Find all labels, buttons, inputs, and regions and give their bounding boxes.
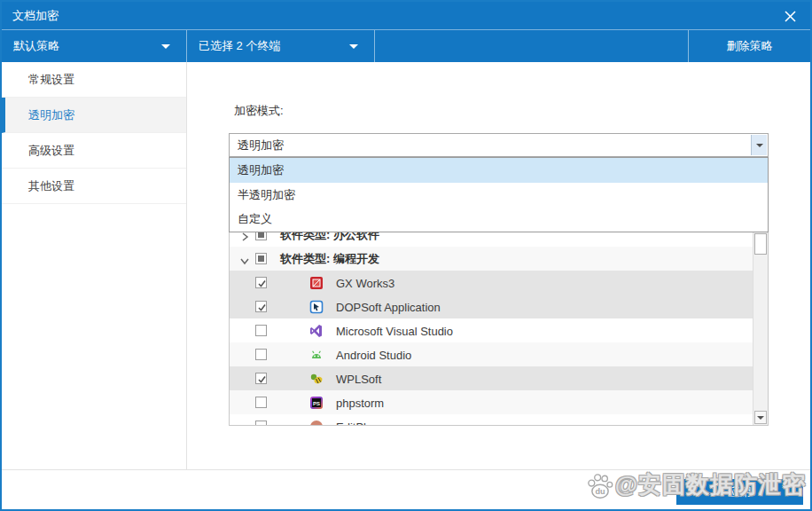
checkbox-unchecked[interactable]: [255, 421, 267, 427]
sidebar-item-general[interactable]: 常规设置: [2, 62, 186, 98]
encryption-mode-dropdown-list: 透明加密 半透明加密 自定义: [229, 157, 769, 232]
wplsoft-icon: [309, 372, 324, 386]
svg-text:PS: PS: [313, 400, 320, 405]
gx-works3-icon: [309, 276, 324, 290]
terminal-dropdown-value: 已选择 2 个终端: [199, 38, 280, 54]
encryption-mode-select[interactable]: 透明加密: [229, 133, 769, 157]
sidebar-item-other[interactable]: 其他设置: [2, 169, 186, 204]
dropdown-option-semitransparent[interactable]: 半透明加密: [230, 183, 768, 208]
checkbox-checked[interactable]: [255, 277, 267, 288]
title-bar: 文档加密: [2, 2, 810, 29]
checkbox-unchecked[interactable]: [255, 349, 267, 360]
app-label: DOPSoft Application: [336, 300, 441, 313]
chevron-down-icon: [757, 416, 764, 420]
chevron-down-icon[interactable]: [239, 254, 250, 264]
select-dropdown-button[interactable]: [751, 135, 767, 155]
app-label: Android Studio: [336, 348, 411, 361]
list-item-phpstorm[interactable]: PS phpstorm: [230, 390, 768, 414]
policy-dropdown-value: 默认策略: [13, 38, 59, 54]
toolbar: 默认策略 已选择 2 个终端 删除策略: [2, 29, 810, 62]
encryption-mode-select-value: 透明加密: [238, 138, 284, 152]
policy-dropdown[interactable]: 默认策略: [2, 30, 187, 62]
list-group-programming-dev[interactable]: 软件类型: 编程开发: [230, 247, 768, 271]
dialog-title: 文档加密: [12, 8, 59, 24]
list-item-android-studio[interactable]: Android Studio: [230, 342, 768, 366]
editplus-icon: [309, 420, 324, 427]
dropdown-option-transparent[interactable]: 透明加密: [230, 158, 768, 183]
phpstorm-icon: PS: [309, 396, 324, 410]
terminal-dropdown[interactable]: 已选择 2 个终端: [187, 30, 375, 62]
list-item-editplus[interactable]: EditPlus: [230, 414, 768, 426]
dropdown-option-custom[interactable]: 自定义: [230, 207, 768, 232]
checkbox-unchecked[interactable]: [255, 397, 267, 408]
delete-policy-label: 删除策略: [727, 38, 773, 54]
app-label: WPLSoft: [336, 372, 381, 385]
group-label: 软件类型: 编程开发: [280, 251, 379, 267]
checkbox-unchecked[interactable]: [255, 325, 267, 336]
toolbar-spacer: [375, 30, 688, 62]
checkbox-checked[interactable]: [255, 301, 267, 312]
indeterminate-mark: [258, 256, 264, 262]
sidebar-item-advanced[interactable]: 高级设置: [2, 133, 186, 169]
settings-sidebar: 常规设置 透明加密 高级设置 其他设置: [2, 62, 187, 469]
android-studio-icon: [309, 348, 324, 362]
visual-studio-icon: [309, 324, 324, 338]
scrollbar-down-button[interactable]: [754, 411, 767, 424]
encryption-mode-label: 加密模式:: [234, 103, 284, 119]
dopsoft-icon: [309, 300, 324, 314]
scrollbar-thumb[interactable]: [754, 233, 767, 255]
delete-policy-button[interactable]: 删除策略: [688, 30, 810, 62]
chevron-down-icon: [349, 44, 358, 49]
app-label: GX Works3: [336, 276, 394, 289]
app-label: Microsoft Visual Studio: [336, 324, 453, 337]
group-checkbox-indeterminate[interactable]: [255, 253, 267, 264]
list-item-dopsoft[interactable]: DOPSoft Application: [230, 295, 768, 318]
software-list: 软件类型: 办公软件 软件类型: 编程开发 GX Works3: [229, 222, 769, 426]
apply-button[interactable]: 应用: [676, 479, 803, 505]
main-panel: 加密模式: 透明加密 透明加密 半透明加密 自定义 软件类型: 办公软件: [188, 62, 810, 469]
list-item-gx-works3[interactable]: GX Works3: [230, 271, 768, 295]
close-icon: [785, 11, 796, 22]
list-scrollbar[interactable]: [753, 223, 768, 425]
close-button[interactable]: [778, 5, 801, 27]
chevron-down-icon: [756, 144, 763, 147]
chevron-down-icon: [161, 44, 170, 49]
sidebar-item-transparent-encryption[interactable]: 透明加密: [2, 98, 186, 133]
checkbox-checked[interactable]: [255, 373, 267, 384]
list-item-wplsoft[interactable]: WPLSoft: [230, 366, 768, 390]
list-item-visual-studio[interactable]: Microsoft Visual Studio: [230, 318, 768, 342]
footer-bar: 应用: [2, 469, 810, 509]
app-label: EditPlus: [336, 420, 379, 426]
document-encryption-dialog: 文档加密 默认策略 已选择 2 个终端 删除策略 常规设置 透明加密 高级设置 …: [0, 0, 812, 511]
app-label: phpstorm: [336, 396, 384, 409]
